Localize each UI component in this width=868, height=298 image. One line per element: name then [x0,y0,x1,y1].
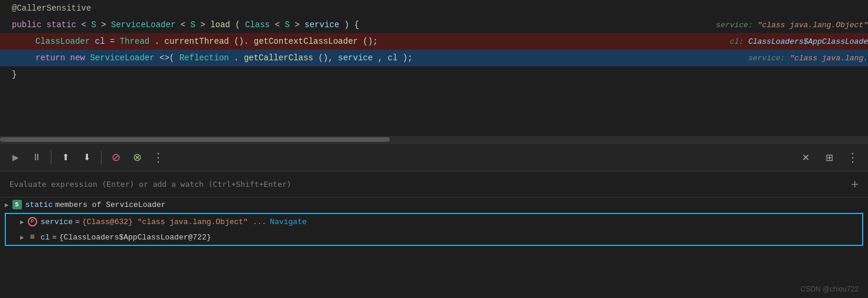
modifier-static: static [47,20,81,30]
section-header-static[interactable]: ▶ S static members of ServiceLoader [0,197,868,212]
class-thread: Thread [120,37,149,46]
class-reflection: Reflection [180,53,229,63]
section-keyword-static: static [25,200,53,209]
code-editor: @CallerSensitive public static < S > Ser… [0,0,868,136]
var-service-arrow: ▶ [20,218,24,226]
toolbar-separator-1 [51,150,51,164]
method-currentthread: currentThread [165,37,229,46]
annotation-text: @CallerSensitive [12,4,91,13]
var-service-equals: = [75,218,80,226]
modifier-public: public [12,20,47,30]
watermark: CSDN @chiou722 [801,285,859,293]
code-line-4: return new ServiceLoader <>( Reflection … [0,50,868,66]
restart-button[interactable]: ⊗ [128,148,146,167]
var-item-service[interactable]: ▶ P service = {Class@632} "class java.la… [6,214,862,229]
method-getcallerclass: getCallerClass [244,53,314,63]
hint-line4: service: "class java.lang. [748,54,868,63]
var-cl-arrow: ▶ [20,234,24,241]
variables-panel: ▶ S static members of ServiceLoader ▶ P … [0,197,868,247]
keyword-new: new [70,53,90,63]
scrollbar-thumb[interactable] [0,137,390,142]
type-s: S [91,20,96,30]
var-item-cl[interactable]: ▶ ≡ cl = {ClassLoaders$AppClassLoader@72… [6,229,862,245]
expression-bar: Evaluate expression (Enter) or add a wat… [0,171,868,197]
var-service-name: service [41,218,73,226]
class-classloader: ClassLoader [35,37,90,46]
more-options-button[interactable]: ⋮ [149,148,168,167]
var-cl-value: {ClassLoaders$AppClassLoader@722} [59,233,211,242]
method-getcontextclassloader: getContextClassLoader [254,37,358,46]
class-class: Class [245,20,270,30]
section-label: members of ServiceLoader [55,200,165,209]
class-serviceloader2: ServiceLoader [90,53,154,63]
method-load: load [210,20,230,30]
hint-line3: cl: ClassLoaders$AppClassLoade [730,37,868,46]
hint-line2: service: "class java.lang.Object" [716,21,868,30]
code-line-3: ClassLoader cl = Thread . currentThread … [0,33,868,50]
code-line-2: public static < S > ServiceLoader < S > … [0,17,868,33]
keyword-return: return [35,53,70,63]
step-into-button[interactable]: ⬇ [77,148,96,167]
var-cl-name: cl [41,233,50,242]
type-s2: S [191,20,195,30]
toolbar-right: ✕ ⊞ ⋮ [796,148,862,167]
class-serviceloader: ServiceLoader [111,20,175,30]
expression-placeholder: Evaluate expression (Enter) or add a wat… [9,180,291,189]
var-service-icon: P [28,217,37,226]
horizontal-scrollbar[interactable] [0,136,868,143]
param-service2: service [338,53,373,63]
debugger-toolbar: ▶ ⏸ ⬆ ⬇ ⊘ ⊗ ⋮ ✕ ⊞ ⋮ [0,143,868,171]
more-panel-button[interactable]: ⋮ [843,148,862,167]
add-watch-button[interactable]: + [851,177,859,192]
var-service-value: {Class@632} "class java.lang.Object" ... [82,218,266,226]
var-cl-equals: = [52,233,57,242]
expand-button[interactable]: ▶ [6,148,25,167]
var-service-navigate[interactable]: Navigate [270,218,306,226]
type-s3: S [285,20,289,30]
toolbar-separator-2 [101,150,102,164]
pause-button[interactable]: ⏸ [27,148,46,167]
section-arrow: ▶ [5,201,9,209]
close-panel-button[interactable]: ✕ [796,148,815,167]
section-s-icon: S [12,200,22,209]
var-cl-icon: ≡ [28,232,37,242]
layout-button[interactable]: ⊞ [820,148,838,167]
step-over-button[interactable]: ⬆ [56,148,75,167]
stop-button[interactable]: ⊘ [106,148,125,167]
param-service: service [305,20,340,30]
variables-selected-group: ▶ P service = {Class@632} "class java.la… [5,213,863,246]
var-cl: cl [95,37,105,46]
toolbar-left: ▶ ⏸ ⬆ ⬇ ⊘ ⊗ ⋮ [6,148,796,167]
code-line-5: } [0,66,868,83]
code-line-1: @CallerSensitive [0,0,868,17]
param-cl: cl [388,53,398,63]
